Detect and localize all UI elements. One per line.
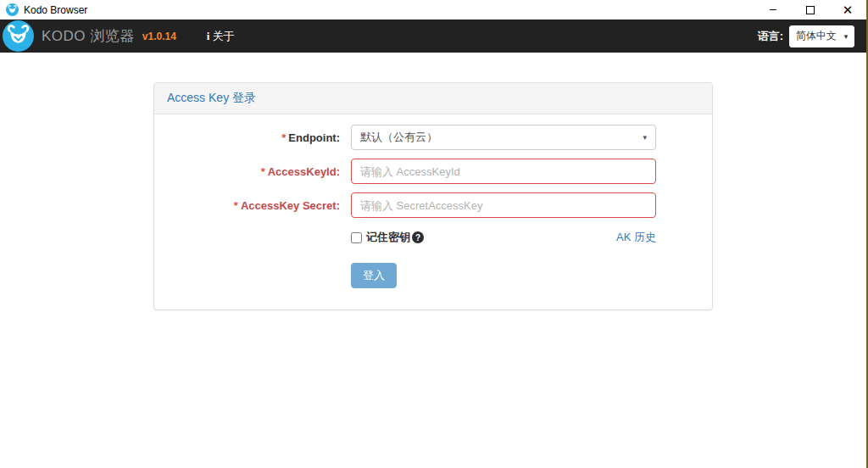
version-badge: v1.0.14 — [142, 31, 176, 42]
language-area: 语言: 简体中文 ▾ — [758, 25, 854, 47]
access-key-secret-label: *AccessKey Secret: — [167, 199, 351, 212]
maximize-icon — [806, 6, 815, 14]
ak-history-link[interactable]: AK 历史 — [616, 230, 656, 245]
language-selected-value: 简体中文 — [796, 29, 837, 43]
language-label: 语言: — [758, 29, 783, 44]
about-label: 关于 — [212, 29, 234, 44]
about-menu-item[interactable]: i 关于 — [207, 29, 235, 44]
endpoint-select[interactable]: 默认（公有云） ▾ — [351, 125, 656, 150]
panel-title: Access Key 登录 — [154, 83, 712, 114]
minimize-icon: – — [770, 2, 776, 15]
access-key-id-label: *AccessKeyId: — [167, 165, 351, 178]
language-select[interactable]: 简体中文 ▾ — [789, 25, 854, 47]
app-navbar: KODO 浏览器 v1.0.14 i 关于 语言: 简体中文 ▾ — [0, 20, 866, 53]
access-key-secret-row: *AccessKey Secret: — [167, 192, 699, 218]
required-asterisk: * — [234, 199, 238, 212]
remember-key-label: 记住密钥 — [366, 230, 410, 245]
access-key-id-row: *AccessKeyId: — [167, 159, 699, 184]
titlebar: Kodo Browser – ✕ — [0, 0, 866, 20]
endpoint-selected-value: 默认（公有云） — [360, 130, 437, 145]
login-panel: Access Key 登录 *Endpoint: 默认（公有云） ▾ — [153, 82, 713, 310]
required-asterisk: * — [261, 165, 265, 178]
info-icon: i — [207, 30, 210, 43]
close-button[interactable]: ✕ — [829, 0, 866, 20]
kodo-logo-icon — [3, 20, 34, 52]
remember-key-row: 记住密钥 ? AK 历史 — [351, 230, 656, 245]
close-icon: ✕ — [843, 3, 854, 18]
window-controls: – ✕ — [754, 0, 866, 20]
minimize-button[interactable]: – — [754, 0, 792, 20]
access-key-secret-input[interactable] — [351, 192, 656, 218]
kodo-bull-icon — [6, 3, 19, 16]
maximize-button[interactable] — [792, 0, 829, 20]
brand-title: KODO 浏览器 — [42, 26, 135, 46]
endpoint-row: *Endpoint: 默认（公有云） ▾ — [167, 125, 699, 150]
login-form: *Endpoint: 默认（公有云） ▾ *AccessKeyId: — [154, 114, 712, 309]
remember-key-checkbox[interactable] — [351, 232, 362, 243]
login-button[interactable]: 登入 — [351, 263, 397, 288]
chevron-down-icon: ▾ — [844, 32, 849, 41]
app-window: Kodo Browser – ✕ KODO 浏览器 v1.0.14 i 关于 语… — [0, 0, 868, 468]
chevron-down-icon: ▾ — [643, 133, 647, 142]
endpoint-label: *Endpoint: — [167, 131, 351, 144]
access-key-id-input[interactable] — [351, 159, 656, 184]
window-title: Kodo Browser — [24, 4, 87, 16]
main-content: Access Key 登录 *Endpoint: 默认（公有云） ▾ — [0, 53, 866, 468]
question-circle-icon[interactable]: ? — [412, 231, 424, 243]
required-asterisk: * — [281, 131, 286, 144]
